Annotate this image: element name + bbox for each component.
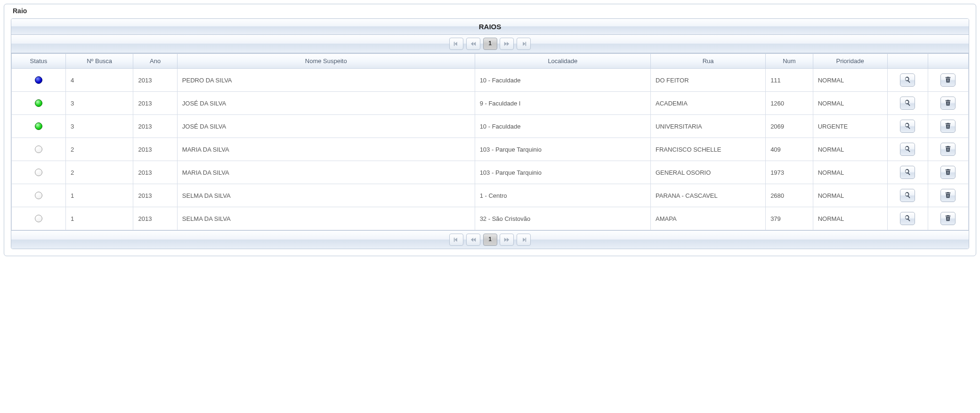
delete-button[interactable] [940,189,956,202]
delete-button[interactable] [940,73,956,87]
cell-prioridade: NORMAL [813,161,887,184]
paginator-top: 1 [11,35,969,53]
cell-status [12,92,66,115]
magnifier-icon [904,122,911,130]
raios-grid: RAIOS 1 [11,18,969,249]
cell-rua: FRANCISCO SCHELLE [651,138,766,161]
cell-nome: SELMA DA SILVA [177,184,475,207]
view-button[interactable] [900,166,915,179]
table-row[interactable]: 12013SELMA DA SILVA32 - São CristovãoAMA… [12,207,969,230]
cell-n-busca: 2 [65,138,133,161]
cell-ano: 2013 [133,92,177,115]
delete-button[interactable] [940,212,956,225]
cell-delete [928,69,968,92]
status-icon [35,146,42,153]
column-header-nome[interactable]: Nome Suspeito [177,54,475,69]
column-header-prioridade[interactable]: Prioridade [813,54,887,69]
cell-num: 2680 [766,184,813,207]
table-row[interactable]: 32013JOSÉ DA SILVA9 - Faculdade IACADEMI… [12,92,969,115]
column-header-rua[interactable]: Rua [651,54,766,69]
column-header-localidade[interactable]: Localidade [475,54,650,69]
cell-status [12,69,66,92]
first-page-icon [453,40,460,47]
cell-view [887,161,928,184]
grid-title: RAIOS [11,19,969,35]
column-header-ano[interactable]: Ano [133,54,177,69]
previous-page-button[interactable] [466,234,480,246]
cell-localidade: 32 - São Cristovão [475,207,650,230]
cell-n-busca: 3 [65,115,133,138]
cell-ano: 2013 [133,138,177,161]
cell-n-busca: 1 [65,184,133,207]
cell-status [12,161,66,184]
table-row[interactable]: 42013PEDRO DA SILVA10 - FaculdadeDO FEIT… [12,69,969,92]
cell-ano: 2013 [133,69,177,92]
delete-button[interactable] [940,143,956,156]
first-page-icon [453,236,460,243]
column-header-delete [928,54,968,69]
cell-nome: JOSÉ DA SILVA [177,115,475,138]
last-page-button[interactable] [517,38,531,50]
cell-status [12,184,66,207]
column-header-status[interactable]: Status [12,54,66,69]
data-table: Status Nº Busca Ano Nome Suspeito Locali… [11,53,969,230]
cell-num: 1260 [766,92,813,115]
cell-localidade: 10 - Faculdade [475,69,650,92]
trash-icon [945,215,951,223]
cell-status [12,138,66,161]
cell-n-busca: 1 [65,207,133,230]
page-number-button[interactable]: 1 [483,234,497,246]
cell-num: 409 [766,138,813,161]
magnifier-icon [904,146,911,154]
table-row[interactable]: 22013MARIA DA SILVA103 - Parque Tarquini… [12,138,969,161]
cell-rua: AMAPA [651,207,766,230]
status-icon [35,192,42,199]
cell-status [12,207,66,230]
cell-nome: JOSÉ DA SILVA [177,92,475,115]
trash-icon [945,122,951,130]
last-page-button[interactable] [517,234,531,246]
cell-status [12,115,66,138]
cell-n-busca: 4 [65,69,133,92]
delete-button[interactable] [940,166,956,179]
cell-prioridade: NORMAL [813,207,887,230]
cell-ano: 2013 [133,184,177,207]
table-row[interactable]: 12013SELMA DA SILVA1 - CentroPARANA - CA… [12,184,969,207]
next-page-button[interactable] [500,38,514,50]
cell-delete [928,92,968,115]
cell-delete [928,184,968,207]
status-icon [35,99,42,107]
cell-ano: 2013 [133,115,177,138]
cell-rua: PARANA - CASCAVEL [651,184,766,207]
first-page-button[interactable] [449,234,463,246]
column-header-num[interactable]: Num [766,54,813,69]
cell-view [887,207,928,230]
previous-page-button[interactable] [466,38,480,50]
column-header-view [887,54,928,69]
cell-ano: 2013 [133,161,177,184]
first-page-button[interactable] [449,38,463,50]
next-page-icon [503,40,510,47]
view-button[interactable] [900,143,915,156]
view-button[interactable] [900,97,915,110]
cell-localidade: 1 - Centro [475,184,650,207]
cell-localidade: 103 - Parque Tarquinio [475,161,650,184]
table-row[interactable]: 22013MARIA DA SILVA103 - Parque Tarquini… [12,161,969,184]
view-button[interactable] [900,73,915,87]
panel-title: Raio [13,7,27,15]
trash-icon [945,192,951,200]
view-button[interactable] [900,189,915,202]
next-page-button[interactable] [500,234,514,246]
view-button[interactable] [900,212,915,225]
view-button[interactable] [900,120,915,133]
previous-page-icon [470,40,477,47]
cell-prioridade: NORMAL [813,92,887,115]
table-row[interactable]: 32013JOSÉ DA SILVA10 - FaculdadeUNIVERSI… [12,115,969,138]
column-header-n-busca[interactable]: Nº Busca [65,54,133,69]
cell-localidade: 9 - Faculdade I [475,92,650,115]
page-number-button[interactable]: 1 [483,38,497,50]
delete-button[interactable] [940,120,956,133]
delete-button[interactable] [940,97,956,110]
status-icon [35,169,42,176]
cell-view [887,115,928,138]
